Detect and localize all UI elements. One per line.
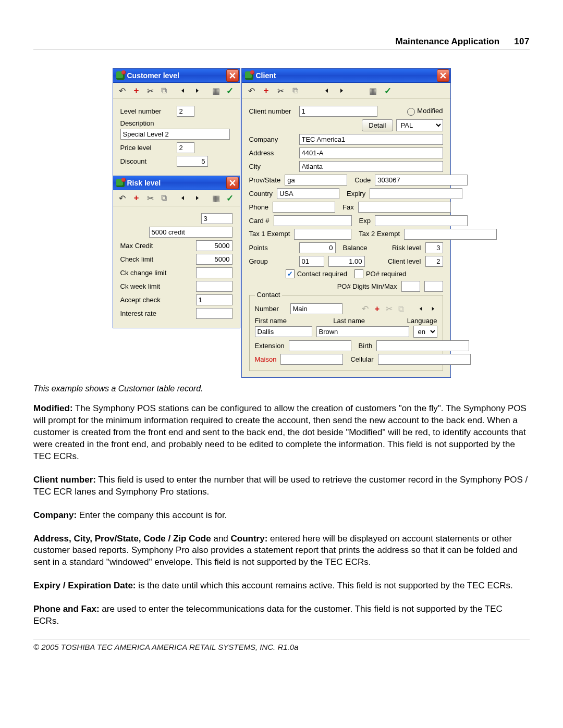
fax-label: Fax [342,203,354,211]
check-limit-field[interactable] [196,254,232,265]
card-field[interactable] [274,215,352,226]
maison-label: Maison [255,355,277,363]
close-icon[interactable] [226,177,239,189]
points-field[interactable] [299,242,336,253]
max-credit-field[interactable] [196,240,232,251]
prev-icon[interactable] [417,305,425,313]
po-max-field[interactable] [424,281,443,292]
address-label: Address [249,149,295,157]
notes-icon[interactable]: ▦ [369,86,378,95]
group-label: Group [249,257,295,265]
add-icon[interactable]: + [132,86,141,95]
cut-icon[interactable]: ✂ [146,86,155,95]
birth-field[interactable] [376,340,469,351]
prev-icon[interactable] [322,86,332,95]
apply-icon[interactable]: ✓ [226,193,235,203]
country-field[interactable] [277,188,339,199]
client-level-field[interactable] [425,256,443,267]
discount-field[interactable] [177,156,208,167]
prev-icon[interactable] [179,86,188,95]
language-select[interactable]: en [413,326,437,338]
notes-icon[interactable]: ▦ [212,193,221,203]
pal-select[interactable]: PAL [396,119,443,131]
ck-change-field[interactable] [196,267,232,278]
footer: © 2005 TOSHIBA TEC AMERICA AMERICA RETAI… [33,639,530,651]
balance-label: Balance [343,244,368,252]
po-min-field[interactable] [401,281,420,292]
prev-icon[interactable] [179,193,188,203]
po-required-checkbox[interactable] [354,269,363,278]
price-level-field[interactable] [177,142,194,153]
add-icon[interactable]: + [373,305,382,313]
contact-mini-toolbar: ↶ + ✂ ⧉ [361,305,437,313]
copy-icon[interactable]: ⧉ [291,86,300,95]
cut-icon[interactable]: ✂ [276,86,286,95]
points-label: Points [249,244,295,252]
add-icon[interactable]: + [262,86,271,95]
client-number-field[interactable] [299,106,377,117]
toolbar: ↶ + ✂ ⧉ ▦ ✓ [113,83,240,99]
ck-change-label: Ck change limit [120,269,178,277]
next-icon[interactable] [193,86,202,95]
tax1-field[interactable] [294,229,351,240]
expiry-field[interactable] [370,188,462,199]
add-icon[interactable]: + [132,193,141,203]
next-icon[interactable] [193,193,202,203]
level-number-field[interactable] [177,106,194,117]
risk-level-field[interactable] [425,242,443,253]
last-name-field[interactable] [316,326,409,337]
undo-icon[interactable]: ↶ [361,305,370,313]
code-field[interactable] [375,175,468,186]
po-required-label: PO# required [366,270,406,278]
group-field[interactable] [299,256,324,267]
city-field[interactable] [299,161,443,172]
cut-icon[interactable]: ✂ [385,305,394,313]
group-rate-field[interactable] [328,256,365,267]
cut-icon[interactable]: ✂ [146,193,155,203]
description-label: Description [120,119,154,127]
first-name-field[interactable] [255,326,312,337]
apply-icon[interactable]: ✓ [383,86,393,95]
page-header: Maintenance Application 107 [33,36,530,50]
undo-icon[interactable]: ↶ [118,193,127,203]
header-title: Maintenance Application [396,36,500,47]
extension-field[interactable] [289,340,351,351]
copy-icon[interactable]: ⧉ [160,193,168,203]
interest-rate-field[interactable] [196,308,232,319]
fax-field[interactable] [358,202,451,213]
card-label: Card # [249,217,270,225]
accept-check-field[interactable] [196,294,232,305]
company-field[interactable] [299,134,443,145]
extension-label: Extension [255,342,285,350]
next-icon[interactable] [337,86,346,95]
copy-icon[interactable]: ⧉ [160,86,168,95]
check-limit-label: Check limit [120,255,178,263]
client-level-label: Client level [388,257,421,265]
close-icon[interactable] [437,69,449,82]
phone-field[interactable] [273,202,335,213]
ck-week-field[interactable] [196,281,232,292]
tax2-field[interactable] [404,229,497,240]
contact-number-field[interactable] [290,303,342,314]
next-icon[interactable] [429,305,437,313]
description-field[interactable] [120,129,230,140]
exp-field[interactable] [375,215,468,226]
copy-icon[interactable]: ⧉ [397,305,406,313]
prov-field[interactable] [285,175,347,186]
accept-check-label: Accept check [120,296,178,304]
apply-icon[interactable]: ✓ [226,86,235,95]
customer-level-title: Customer level [127,71,179,80]
undo-icon[interactable]: ↶ [118,86,127,95]
risk-desc-field[interactable] [149,227,232,238]
risk-index-field[interactable] [201,213,232,224]
risk-level-title: Risk level [127,179,161,187]
notes-icon[interactable]: ▦ [212,86,221,95]
cellular-field[interactable] [378,354,471,365]
contact-required-checkbox[interactable] [286,269,295,278]
maison-field[interactable] [280,354,343,365]
detail-button[interactable]: Detail [362,119,393,131]
undo-icon[interactable]: ↶ [247,86,256,95]
address-field[interactable] [299,147,443,158]
ck-week-label: Ck week limit [120,282,178,290]
close-icon[interactable] [226,69,239,82]
